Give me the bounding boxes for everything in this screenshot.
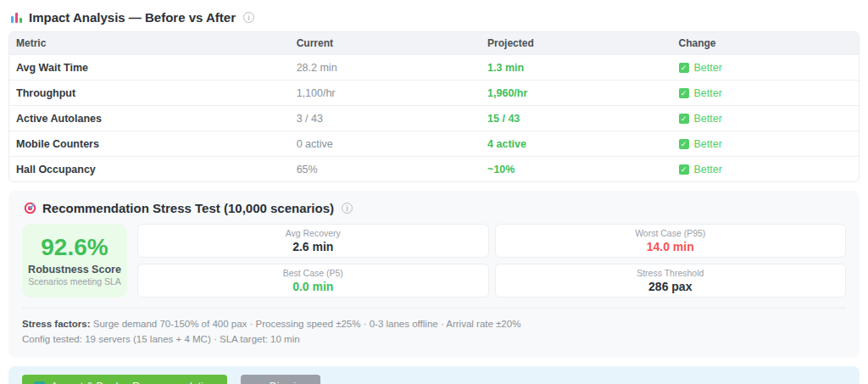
stat-label: Worst Case (P95)	[635, 228, 705, 238]
check-icon: ✓	[679, 139, 689, 149]
metric-cell: Throughput	[9, 81, 290, 106]
info-icon[interactable]: i	[342, 203, 353, 214]
stat-card-best-case: Best Case (P5) 0.0 min	[137, 264, 489, 298]
check-icon: ✓	[679, 164, 689, 175]
accept-deploy-button[interactable]: ✓ Accept & Deploy Recommendation	[22, 375, 227, 384]
status-badge-label: Better	[694, 62, 722, 74]
status-badge: ✓ Better	[679, 87, 722, 99]
stat-card-stress-threshold: Stress Threshold 286 pax	[495, 264, 847, 298]
stress-test-header: Recommendation Stress Test (10,000 scena…	[24, 201, 846, 215]
bar-chart-icon	[10, 12, 23, 24]
status-badge: ✓ Better	[679, 62, 722, 74]
status-badge-label: Better	[694, 164, 722, 175]
impact-analysis-title: Impact Analysis — Before vs After	[29, 10, 236, 25]
table-row: Throughput 1,100/hr 1,960/hr ✓ Better	[9, 81, 859, 106]
impact-analysis-section: Impact Analysis — Before vs After i Metr…	[8, 10, 860, 182]
status-badge-label: Better	[694, 87, 722, 99]
column-header-current: Current	[290, 32, 481, 55]
current-cell: 28.2 min	[290, 55, 481, 81]
status-badge-label: Better	[694, 113, 722, 125]
stress-test-title: Recommendation Stress Test (10,000 scena…	[42, 201, 334, 215]
stat-card-worst-case: Worst Case (P95) 14.0 min	[495, 224, 847, 258]
change-cell: ✓ Better	[672, 55, 859, 81]
status-badge: ✓ Better	[679, 138, 722, 150]
impact-table: Metric Current Projected Change Avg Wait…	[8, 31, 860, 182]
change-cell: ✓ Better	[672, 131, 859, 157]
stat-value: 14.0 min	[647, 240, 694, 253]
stat-value: 0.0 min	[292, 280, 333, 293]
stress-factors-note: Stress factors: Surge demand 70-150% of …	[22, 308, 846, 348]
projected-cell: 1,960/hr	[481, 81, 671, 106]
check-icon: ✓	[679, 88, 689, 98]
table-row: Avg Wait Time 28.2 min 1.3 min ✓ Better	[9, 55, 859, 81]
column-header-change: Change	[672, 32, 859, 55]
table-row: Mobile Counters 0 active 4 active ✓ Bett…	[9, 131, 859, 157]
stat-label: Stress Threshold	[637, 268, 704, 278]
target-icon	[24, 202, 36, 214]
stat-label: Best Case (P5)	[283, 268, 343, 278]
stress-stats-grid: Avg Recovery 2.6 min Worst Case (P95) 14…	[137, 224, 846, 298]
robustness-score-label: Robustness Score	[28, 264, 121, 275]
current-cell: 3 / 43	[290, 106, 481, 131]
stat-value: 2.6 min	[292, 240, 333, 253]
metric-cell: Hall Occupancy	[9, 157, 290, 182]
check-icon: ✓	[679, 63, 689, 73]
stress-factors-line1: Stress factors: Surge demand 70-150% of …	[22, 316, 846, 331]
robustness-score-sublabel: Scenarios meeting SLA	[28, 276, 121, 287]
robustness-score-value: 92.6%	[41, 235, 108, 261]
stress-factors-label: Stress factors:	[22, 319, 91, 329]
projected-cell: 1.3 min	[481, 55, 671, 81]
dismiss-button[interactable]: ✕ Dismiss	[241, 375, 320, 384]
projected-cell: 15 / 43	[481, 106, 671, 131]
action-bar: ✓ Accept & Deploy Recommendation ✕ Dismi…	[8, 366, 860, 384]
current-cell: 0 active	[290, 131, 481, 157]
table-row: Active Autolanes 3 / 43 15 / 43 ✓ Better	[9, 106, 859, 131]
stat-label: Avg Recovery	[286, 228, 341, 238]
status-badge: ✓ Better	[679, 113, 722, 125]
info-icon[interactable]: i	[243, 12, 254, 23]
status-badge: ✓ Better	[679, 164, 722, 175]
check-icon: ✓	[679, 114, 689, 124]
projected-cell: 4 active	[481, 131, 671, 157]
projected-cell: ~10%	[481, 157, 671, 182]
metric-cell: Mobile Counters	[9, 131, 290, 157]
current-cell: 65%	[290, 157, 481, 182]
stat-card-avg-recovery: Avg Recovery 2.6 min	[137, 224, 489, 258]
column-header-projected: Projected	[481, 32, 671, 55]
column-header-metric: Metric	[9, 32, 290, 55]
metric-cell: Active Autolanes	[9, 106, 290, 131]
change-cell: ✓ Better	[672, 157, 859, 182]
stat-value: 286 pax	[648, 280, 692, 293]
change-cell: ✓ Better	[672, 81, 859, 106]
table-row: Hall Occupancy 65% ~10% ✓ Better	[9, 157, 859, 182]
impact-analysis-header: Impact Analysis — Before vs After i	[10, 10, 860, 25]
status-badge-label: Better	[694, 138, 722, 150]
current-cell: 1,100/hr	[290, 81, 481, 106]
stress-test-section: Recommendation Stress Test (10,000 scena…	[8, 191, 860, 358]
change-cell: ✓ Better	[672, 106, 859, 131]
robustness-score-card: 92.6% Robustness Score Scenarios meeting…	[22, 224, 127, 298]
table-header-row: Metric Current Projected Change	[9, 32, 859, 55]
stress-factors-line2: Config tested: 19 servers (15 lanes + 4 …	[22, 331, 846, 347]
metric-cell: Avg Wait Time	[9, 55, 290, 81]
